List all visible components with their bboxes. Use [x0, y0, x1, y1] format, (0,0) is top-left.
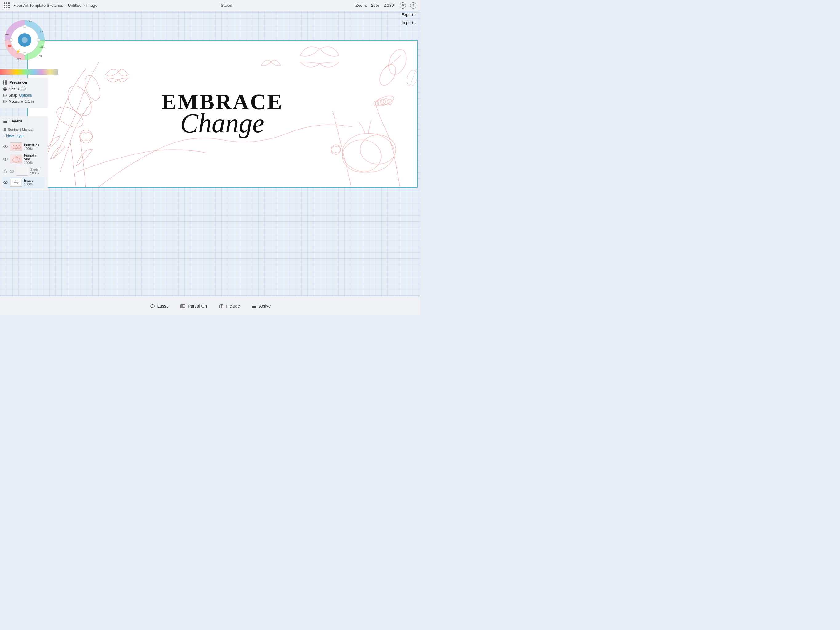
svg-text:←: ← — [4, 38, 8, 43]
import-icon: ↓ — [414, 20, 417, 25]
color-swatch-bar[interactable] — [0, 69, 58, 75]
breadcrumb-layer[interactable]: Image — [87, 3, 98, 8]
new-layer-button[interactable]: + New Layer — [3, 134, 24, 138]
artwork-frame[interactable]: Embrace Change — [27, 40, 418, 188]
breadcrumb-file[interactable]: Untitled — [68, 3, 82, 8]
svg-point-5 — [37, 38, 40, 41]
svg-rect-20 — [3, 122, 7, 123]
svg-point-28 — [13, 157, 20, 162]
svg-rect-58 — [219, 305, 222, 308]
lock-icon-sketch[interactable] — [3, 169, 7, 174]
measure-value: 1:1 in — [25, 99, 34, 104]
artwork-inner: Embrace Change — [28, 41, 417, 187]
svg-point-59 — [222, 304, 223, 306]
svg-point-43 — [360, 135, 396, 164]
import-button[interactable]: Import ↓ — [402, 20, 416, 25]
partial-on-button[interactable]: Partial On — [174, 301, 212, 312]
zoom-value[interactable]: 26% — [371, 3, 379, 8]
svg-point-46 — [377, 100, 382, 105]
artwork-title: Embrace Change — [161, 91, 283, 137]
breadcrumb-project[interactable]: Fiber Art Template Sketches — [13, 3, 63, 8]
grid-label: Grid — [9, 87, 16, 91]
svg-point-7 — [9, 38, 12, 41]
active-button[interactable]: Active — [245, 301, 276, 312]
svg-point-51 — [376, 62, 399, 88]
layers-section: Layers Sorting | Manual + New Layer Butt… — [0, 116, 47, 190]
lasso-button[interactable]: Lasso — [144, 301, 174, 312]
export-button[interactable]: Export ↑ — [401, 12, 416, 17]
layer-thumb-image: Embrace Change — [10, 178, 22, 187]
layers-header: Layers — [3, 119, 44, 126]
sorting-icon — [3, 128, 7, 131]
sorting-row: Sorting | Manual — [3, 128, 44, 131]
svg-point-39 — [82, 73, 103, 103]
svg-point-6 — [23, 52, 26, 55]
layer-item-sketch: Sketch 100% — [3, 166, 44, 177]
svg-point-55 — [152, 304, 153, 305]
svg-rect-60 — [252, 305, 256, 306]
svg-point-25 — [5, 146, 6, 147]
grid-radio[interactable] — [3, 87, 7, 91]
sorting-label: Sorting — [8, 128, 19, 131]
svg-text:.909: .909 — [4, 33, 9, 36]
color-wheel[interactable]: .084 .909 .08 .011 .135 .077 ← ⚡ — [3, 19, 46, 62]
app-menu-icon[interactable] — [4, 2, 9, 8]
svg-point-41 — [342, 133, 394, 172]
save-status: Saved — [99, 3, 354, 8]
snap-label: Snap — [9, 93, 17, 98]
bottom-toolbar: Lasso Partial On Include — [0, 296, 420, 315]
help-icon[interactable]: ? — [410, 2, 416, 9]
precision-section: Precision Grid 16/64 Snap Options Measur… — [0, 78, 47, 108]
layer-item-butterflies: Butterflies 100% — [3, 141, 44, 152]
layer-info-pumpkin: Pumpkin Vine 100% — [24, 154, 44, 165]
layers-title: Layers — [9, 119, 22, 123]
eye-icon-pumpkin[interactable] — [3, 157, 8, 161]
svg-rect-18 — [3, 120, 7, 120]
svg-point-4 — [23, 25, 26, 28]
eye-icon-butterflies[interactable] — [3, 144, 8, 149]
snap-options[interactable]: Options — [19, 93, 32, 98]
svg-rect-29 — [4, 171, 6, 173]
svg-rect-57 — [181, 304, 183, 308]
svg-text:Embrace: Embrace — [14, 180, 19, 182]
eye-icon-sketch[interactable] — [9, 169, 14, 174]
layer-item-image[interactable]: Embrace Change Image 100% — [3, 177, 44, 188]
measure-label: Measure — [9, 99, 23, 104]
svg-text:.084: .084 — [27, 20, 32, 23]
svg-rect-19 — [3, 121, 7, 122]
svg-text:.135: .135 — [37, 55, 42, 57]
measure-row: Measure 1:1 in — [3, 99, 44, 104]
layers-icon — [3, 119, 7, 123]
export-icon: ↑ — [414, 12, 417, 17]
grid-row: Grid 16/64 — [3, 87, 44, 91]
active-icon — [251, 303, 257, 309]
svg-point-48 — [383, 98, 389, 104]
include-button[interactable]: Include — [212, 301, 245, 312]
sorting-sep: | — [20, 128, 21, 131]
svg-point-52 — [331, 144, 341, 154]
snap-radio[interactable] — [3, 93, 7, 97]
grid-value: 16/64 — [17, 87, 27, 91]
layer-info-sketch: Sketch 100% — [30, 168, 41, 175]
svg-point-40 — [80, 130, 93, 143]
header-bar: Fiber Art Template Sketches > Untitled >… — [0, 0, 420, 11]
precision-title: Precision — [9, 80, 27, 85]
include-icon — [218, 303, 224, 309]
svg-point-49 — [387, 99, 392, 104]
layer-thumb-pumpkin — [10, 155, 22, 163]
layer-name-image: Image — [24, 179, 33, 182]
partial-on-icon — [180, 303, 186, 309]
eye-icon-image[interactable] — [3, 180, 8, 185]
svg-point-33 — [5, 182, 6, 183]
measure-radio[interactable] — [3, 100, 7, 103]
precision-header: Precision — [3, 80, 44, 85]
svg-text:.077: .077 — [16, 58, 21, 60]
sorting-value: Manual — [22, 128, 33, 131]
precision-icon — [3, 80, 7, 85]
svg-text:Change: Change — [14, 182, 19, 184]
rotation-value: ∠180° — [384, 3, 395, 8]
settings-icon[interactable]: ⚙ — [400, 2, 406, 9]
breadcrumb-sep1: > — [64, 3, 67, 8]
svg-point-37 — [63, 82, 96, 120]
layer-thumb-butterflies — [10, 142, 22, 151]
